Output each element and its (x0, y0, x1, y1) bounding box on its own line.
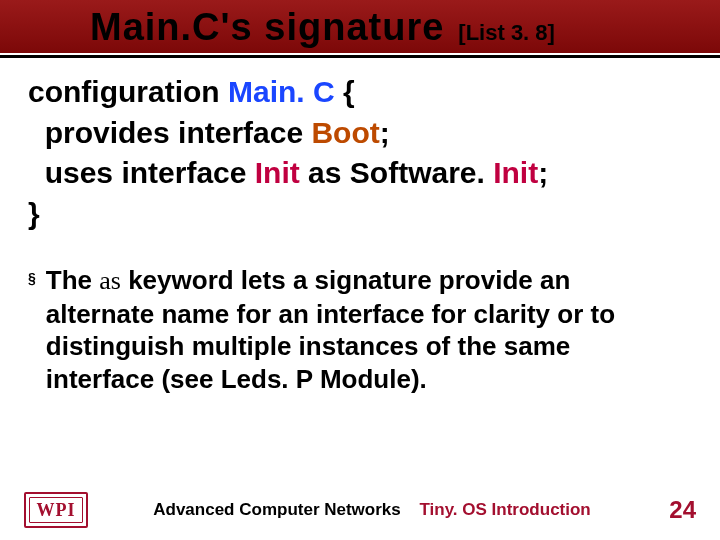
code-line-3: uses interface Init as Software. Init; (28, 153, 692, 194)
footer-center: Advanced Computer Networks Tiny. OS Intr… (88, 500, 656, 520)
page-number: 24 (656, 496, 696, 524)
code-block: configuration Main. C { provides interfa… (28, 72, 692, 234)
slide-title-tag: [List 3. 8] (458, 20, 555, 46)
code-line-2: provides interface Boot; (28, 113, 692, 154)
title-bar: Main.C's signature [List 3. 8] (0, 0, 720, 53)
slide: Main.C's signature [List 3. 8] configura… (0, 0, 720, 540)
explanation-bullet: § The as keyword lets a signature provid… (28, 264, 692, 395)
footer: WPI Advanced Computer Networks Tiny. OS … (0, 492, 720, 528)
bullet-marker: § (28, 264, 36, 292)
code-line-1: configuration Main. C { (28, 72, 692, 113)
code-line-4: } (28, 194, 692, 235)
explanation-text: The as keyword lets a signature provide … (46, 264, 682, 395)
course-name: Advanced Computer Networks (153, 500, 401, 519)
wpi-logo: WPI (24, 492, 88, 528)
slide-title: Main.C's signature (90, 6, 444, 49)
topic-name: Tiny. OS Introduction (419, 500, 590, 519)
slide-body: configuration Main. C { provides interfa… (0, 58, 720, 395)
